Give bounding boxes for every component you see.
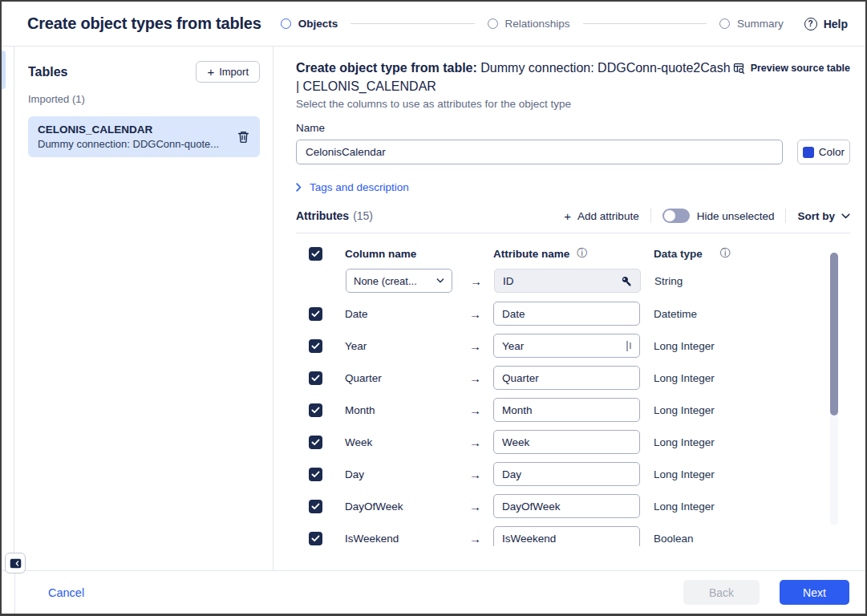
attribute-row: Week → Week Long Integer <box>296 426 850 458</box>
attribute-name-value: Month <box>502 404 631 416</box>
cancel-button[interactable]: Cancel <box>48 586 84 599</box>
panel-subtitle: Select the columns to use as attributes … <box>296 98 732 110</box>
hide-unselected-label: Hide unselected <box>697 210 775 222</box>
check-icon <box>311 310 320 318</box>
select-all-checkbox[interactable] <box>309 247 322 261</box>
attribute-name-input[interactable]: Week <box>493 430 640 454</box>
info-icon[interactable]: ⓘ <box>720 246 731 261</box>
row-checkbox[interactable] <box>309 532 322 545</box>
data-type-value: Long Integer <box>654 468 715 480</box>
column-name-header: Column name <box>345 248 457 260</box>
attributes-scroll-area: None (creat... → ID <box>296 264 850 546</box>
data-type-value: String <box>654 275 683 287</box>
attributes-table: Column name Attribute name ⓘ Data type ⓘ <box>296 243 850 546</box>
sort-by-dropdown[interactable]: Sort by <box>797 210 850 222</box>
step-circle-icon <box>488 18 498 29</box>
hide-unselected-toggle[interactable] <box>662 209 690 223</box>
attribute-name-input[interactable]: Quarter <box>493 366 640 390</box>
attribute-name-input[interactable]: Day <box>493 462 640 486</box>
color-picker-button[interactable]: Color <box>797 140 850 164</box>
imported-count-label: Imported (1) <box>28 93 260 105</box>
scrollbar-thumb[interactable] <box>830 253 838 415</box>
arrow-right-icon: → <box>457 468 493 481</box>
data-type-value: Long Integer <box>654 404 715 416</box>
table-list-item-selected[interactable]: CELONIS_CALENDAR Dummy connection: DDGCo… <box>28 116 260 157</box>
step-summary[interactable]: Summary <box>719 18 784 30</box>
data-type-value: Long Integer <box>654 436 715 448</box>
attribute-name-input[interactable]: Date <box>493 302 640 326</box>
row-checkbox[interactable] <box>309 403 322 417</box>
scrollbar-track[interactable] <box>830 253 838 525</box>
step-label: Summary <box>737 18 784 30</box>
color-label: Color <box>819 146 845 158</box>
step-circle-icon <box>281 18 291 29</box>
chevron-down-icon <box>436 278 444 283</box>
attribute-name-input[interactable]: IsWeekend <box>493 526 640 546</box>
attribute-name-input[interactable]: DayOfWeek <box>493 494 640 518</box>
info-icon[interactable]: ⓘ <box>577 246 587 261</box>
row-checkbox[interactable] <box>309 371 322 385</box>
column-name: IsWeekend <box>345 533 457 545</box>
preview-source-table-button[interactable]: Preview source table <box>732 59 850 75</box>
data-type-value: Long Integer <box>654 372 715 384</box>
attribute-row: Year → Year Long Integer <box>296 330 850 362</box>
row-checkbox[interactable] <box>309 436 322 449</box>
attribute-name-input[interactable]: Year <box>493 334 640 358</box>
id-attribute-value: ID <box>503 275 621 287</box>
step-circle-icon <box>719 18 730 29</box>
add-attribute-button[interactable]: + Add attribute <box>564 209 638 223</box>
collapse-panel-icon <box>10 558 22 569</box>
plus-icon: + <box>564 209 571 223</box>
import-button[interactable]: + Import <box>196 61 260 83</box>
attribute-name-value: Quarter <box>502 372 631 384</box>
attribute-rows: Date → Date Datetime Year → Year Long In… <box>296 298 850 546</box>
attribute-row: Day → Day Long Integer <box>296 458 850 490</box>
table-connection: Dummy connection: DDGConn-quote... <box>38 138 229 150</box>
delete-table-button[interactable] <box>235 128 252 145</box>
tags-and-description-expander[interactable]: Tags and description <box>296 181 850 193</box>
data-type-header-label: Data type <box>654 248 703 260</box>
wizard-header: Create object types from tables Objects … <box>2 2 865 47</box>
collapse-sidebar-button[interactable] <box>5 553 26 573</box>
sort-by-label: Sort by <box>797 210 835 222</box>
id-attribute-input[interactable]: ID <box>494 269 641 293</box>
chevron-down-icon <box>841 213 850 219</box>
column-name: Month <box>345 404 457 416</box>
check-icon <box>311 250 320 257</box>
sidebar-title: Tables <box>28 65 68 79</box>
step-objects[interactable]: Objects <box>281 18 338 30</box>
attribute-name-value: Week <box>502 436 631 448</box>
divider <box>14 571 15 614</box>
object-name-input[interactable] <box>296 140 783 164</box>
attribute-name-value: DayOfWeek <box>502 500 631 513</box>
key-icon <box>621 275 632 286</box>
id-column-select[interactable]: None (creat... <box>346 269 452 293</box>
row-checkbox[interactable] <box>309 500 322 513</box>
attribute-name-input[interactable]: Month <box>493 398 640 422</box>
column-name: Year <box>345 340 457 352</box>
row-checkbox[interactable] <box>309 307 322 321</box>
tags-label: Tags and description <box>310 181 409 193</box>
attribute-row: Quarter → Quarter Long Integer <box>296 362 850 394</box>
arrow-right-icon: → <box>457 532 493 545</box>
column-name: Quarter <box>345 372 457 384</box>
attribute-row-id: None (creat... → ID <box>296 264 850 298</box>
row-checkbox[interactable] <box>309 339 322 353</box>
step-relationships[interactable]: Relationships <box>488 18 570 30</box>
arrow-right-icon: → <box>457 339 493 353</box>
next-button[interactable]: Next <box>780 580 849 605</box>
data-type-header: Data type ⓘ <box>654 246 731 261</box>
data-type-value: Long Integer <box>654 340 715 352</box>
attributes-table-header: Column name Attribute name ⓘ Data type ⓘ <box>296 243 850 264</box>
back-button[interactable]: Back <box>683 580 760 605</box>
check-icon <box>311 407 320 414</box>
toggle-knob <box>664 210 675 221</box>
row-checkbox[interactable] <box>309 468 322 481</box>
attribute-row: Month → Month Long Integer <box>296 394 850 426</box>
column-name: Date <box>345 308 457 320</box>
data-type-value: Long Integer <box>654 500 715 513</box>
chevron-right-icon <box>296 183 302 192</box>
help-label: Help <box>824 18 848 30</box>
help-button[interactable]: ? Help <box>804 18 848 30</box>
plus-icon: + <box>207 66 214 78</box>
